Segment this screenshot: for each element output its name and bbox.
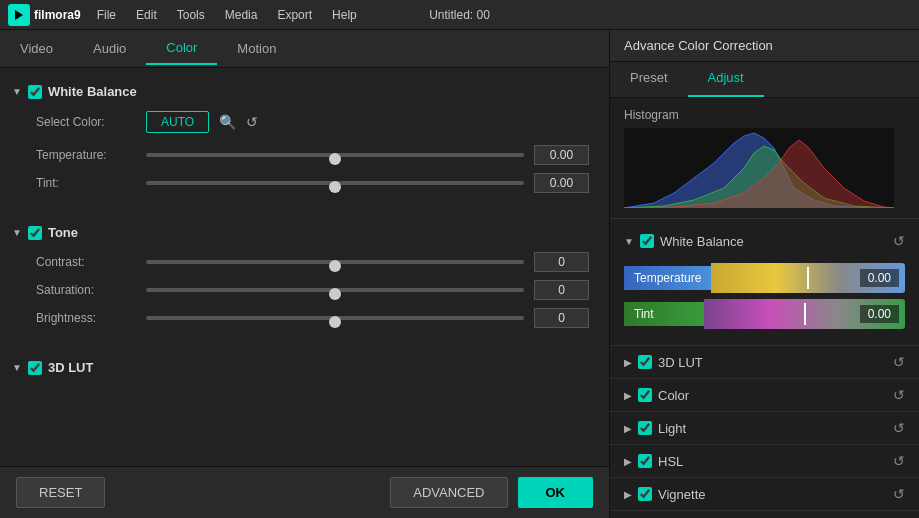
saturation-value[interactable] — [534, 280, 589, 300]
saturation-slider-row: Saturation: — [36, 280, 589, 300]
reset-button[interactable]: RESET — [16, 477, 105, 508]
section-tone-header[interactable]: ▼ Tone — [0, 219, 609, 246]
tab-audio[interactable]: Audio — [73, 33, 146, 64]
tone-content: Contrast: Saturation: — [0, 246, 609, 346]
chevron-right-icon-hsl-right: ▶ — [624, 456, 632, 467]
tab-adjust[interactable]: Adjust — [688, 62, 764, 97]
right-section-3d-lut-header[interactable]: ▶ 3D LUT ↺ — [610, 346, 919, 378]
right-vignette-checkbox[interactable] — [638, 487, 652, 501]
contrast-slider[interactable] — [146, 260, 524, 264]
3d-lut-title: 3D LUT — [48, 360, 94, 375]
right-section-hsl-header[interactable]: ▶ HSL ↺ — [610, 445, 919, 477]
advanced-button[interactable]: ADVANCED — [390, 477, 507, 508]
chevron-right-icon-vignette-right: ▶ — [624, 489, 632, 500]
temperature-bar[interactable]: 0.00 — [711, 263, 905, 293]
auto-button[interactable]: AUTO — [146, 111, 209, 133]
tab-color[interactable]: Color — [146, 32, 217, 65]
section-white-balance-header[interactable]: ▼ White Balance — [0, 78, 609, 105]
tint-slider-row: Tint: — [36, 173, 589, 193]
reset-color-icon[interactable]: ↺ — [246, 114, 258, 130]
white-balance-checkbox[interactable] — [28, 85, 42, 99]
tint-slider[interactable] — [146, 181, 524, 185]
histogram-canvas — [624, 128, 894, 208]
brightness-slider[interactable] — [146, 316, 524, 320]
menu-tools[interactable]: Tools — [173, 6, 209, 24]
right-section-white-balance: ▼ White Balance ↺ Temperature 0.00 — [610, 225, 919, 346]
menu-export[interactable]: Export — [273, 6, 316, 24]
contrast-label: Contrast: — [36, 255, 136, 269]
section-3d-lut-header[interactable]: ▼ 3D LUT — [0, 354, 609, 381]
reset-wb-icon[interactable]: ↺ — [893, 233, 905, 249]
right-section-light: ▶ Light ↺ — [610, 412, 919, 445]
window-title: Untitled: 00 — [429, 8, 490, 22]
select-color-label: Select Color: — [36, 115, 136, 129]
tab-motion[interactable]: Motion — [217, 33, 296, 64]
reset-hsl-icon[interactable]: ↺ — [893, 453, 905, 469]
right-section-vignette-header[interactable]: ▶ Vignette ↺ — [610, 478, 919, 510]
right-hsl-checkbox[interactable] — [638, 454, 652, 468]
3d-lut-checkbox[interactable] — [28, 361, 42, 375]
reset-light-icon[interactable]: ↺ — [893, 420, 905, 436]
tint-value[interactable] — [534, 173, 589, 193]
right-light-checkbox[interactable] — [638, 421, 652, 435]
tint-bar-label: Tint — [624, 302, 704, 326]
brightness-value[interactable] — [534, 308, 589, 328]
section-tone: ▼ Tone Contrast: Saturation: — [0, 219, 609, 346]
white-balance-content: Select Color: AUTO 🔍 ↺ Temperature: — [0, 105, 609, 211]
saturation-slider[interactable] — [146, 288, 524, 292]
right-section-color: ▶ Color ↺ — [610, 379, 919, 412]
right-section-color-header[interactable]: ▶ Color ↺ — [610, 379, 919, 411]
chevron-right-icon-light-right: ▶ — [624, 423, 632, 434]
section-white-balance: ▼ White Balance Select Color: AUTO 🔍 ↺ T… — [0, 78, 609, 211]
tone-checkbox[interactable] — [28, 226, 42, 240]
right-section-white-balance-header[interactable]: ▼ White Balance ↺ — [610, 225, 919, 257]
temperature-value[interactable] — [534, 145, 589, 165]
white-balance-title: White Balance — [48, 84, 137, 99]
tint-bar-row: Tint 0.00 — [624, 299, 905, 329]
reset-vignette-icon[interactable]: ↺ — [893, 486, 905, 502]
right-panel: Advance Color Correction Preset Adjust H… — [610, 30, 919, 518]
menu-file[interactable]: File — [93, 6, 120, 24]
main-layout: Video Audio Color Motion ▼ White Balance… — [0, 30, 919, 518]
reset-3dlut-icon[interactable]: ↺ — [893, 354, 905, 370]
tint-divider — [804, 303, 806, 325]
right-wb-checkbox[interactable] — [640, 234, 654, 248]
reset-color-right-icon[interactable]: ↺ — [893, 387, 905, 403]
temperature-divider — [807, 267, 809, 289]
right-3dlut-checkbox[interactable] — [638, 355, 652, 369]
menu-edit[interactable]: Edit — [132, 6, 161, 24]
saturation-label: Saturation: — [36, 283, 136, 297]
left-panel: Video Audio Color Motion ▼ White Balance… — [0, 30, 610, 518]
temperature-bar-row: Temperature 0.00 — [624, 263, 905, 293]
menu-help[interactable]: Help — [328, 6, 361, 24]
right-scroll: ▼ White Balance ↺ Temperature 0.00 — [610, 219, 919, 518]
right-section-light-header[interactable]: ▶ Light ↺ — [610, 412, 919, 444]
menu-media[interactable]: Media — [221, 6, 262, 24]
right-section-hsl: ▶ HSL ↺ — [610, 445, 919, 478]
temperature-slider[interactable] — [146, 153, 524, 157]
tint-label: Tint: — [36, 176, 136, 190]
right-wb-title: White Balance — [660, 234, 887, 249]
contrast-value[interactable] — [534, 252, 589, 272]
left-scroll-area: ▼ White Balance Select Color: AUTO 🔍 ↺ T… — [0, 68, 609, 466]
menu-bar: filmora9 File Edit Tools Media Export He… — [0, 0, 919, 30]
ok-button[interactable]: OK — [518, 477, 594, 508]
brightness-track — [146, 316, 524, 320]
section-3d-lut: ▼ 3D LUT — [0, 354, 609, 381]
temperature-bar-value: 0.00 — [860, 269, 899, 287]
chevron-down-icon: ▼ — [12, 86, 22, 97]
wb-sliders: Temperature 0.00 Tint 0.00 — [610, 257, 919, 345]
left-tabs: Video Audio Color Motion — [0, 30, 609, 68]
right-section-3d-lut: ▶ 3D LUT ↺ — [610, 346, 919, 379]
tab-preset[interactable]: Preset — [610, 62, 688, 97]
right-color-checkbox[interactable] — [638, 388, 652, 402]
tab-video[interactable]: Video — [0, 33, 73, 64]
eyedropper-icon[interactable]: 🔍 — [219, 114, 236, 130]
right-3dlut-title: 3D LUT — [658, 355, 887, 370]
right-tabs: Preset Adjust — [610, 62, 919, 98]
tint-bar[interactable]: 0.00 — [704, 299, 905, 329]
right-vignette-title: Vignette — [658, 487, 887, 502]
chevron-right-icon-3dlut-right: ▶ — [624, 357, 632, 368]
menu-items: File Edit Tools Media Export Help — [93, 6, 361, 24]
right-panel-title: Advance Color Correction — [610, 30, 919, 62]
